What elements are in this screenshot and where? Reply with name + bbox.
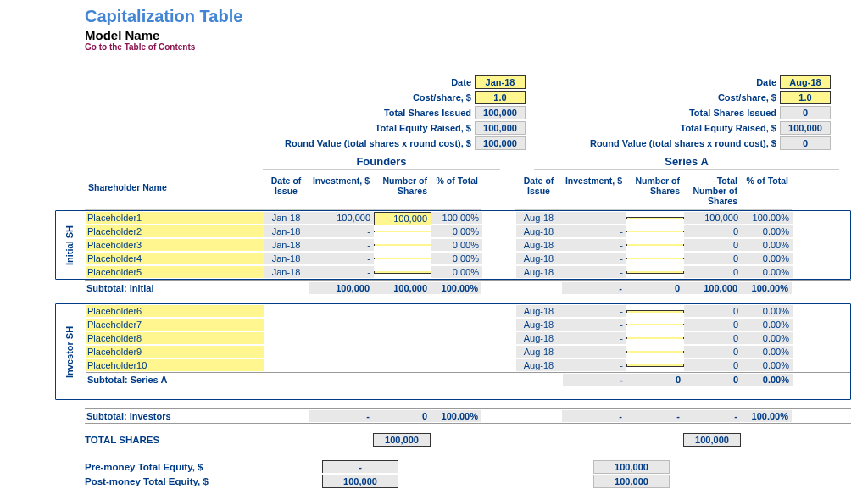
shareholder-name[interactable]: Placeholder1 [86,212,264,224]
shares-f[interactable]: 100,000 [374,212,431,225]
round-val-totalShares-a: 0 [780,106,831,119]
pct-a: 100.00% [742,212,793,224]
shareholder-name[interactable]: Placeholder3 [86,239,264,251]
investment-a: - [563,225,626,237]
totshares-a: 0 [684,225,742,237]
shares-a[interactable] [626,231,684,232]
shares-a[interactable] [626,324,684,325]
investment-a: - [563,239,626,251]
round-val-date-f[interactable]: Jan-18 [475,75,526,89]
shares-f[interactable] [374,244,431,246]
shares-a[interactable] [626,244,684,246]
pct-a: 0.00% [742,239,793,251]
table-row: Placeholder8 Aug-18 - 0 0.00% [86,331,850,345]
pct-a: 0.00% [742,346,793,358]
shares-a[interactable] [626,217,684,219]
shares-a[interactable] [626,351,684,353]
totshares-a: 100,000 [684,212,742,224]
col-dateissue-f: Date of Issue [263,170,309,210]
date-issue-a: Aug-18 [516,359,563,371]
toc-link[interactable]: Go to the Table of Contents [85,42,851,52]
section-titles: Founders Series A [85,155,851,170]
date-issue-a: Aug-18 [516,305,563,317]
all-shares-f: 0 [373,410,431,422]
investors-all-label: Subtotal: Investors [85,410,263,422]
col-numshares-a: Number of Shares [626,170,683,210]
table-row: Placeholder6 Aug-18 - 0 0.00% [86,304,850,318]
date-issue-a: Aug-18 [516,225,563,237]
totshares-a: 0 [684,346,742,358]
totshares-a: 0 [684,305,742,317]
round-label-roundValue-a: Round Value (total shares x round cost),… [559,138,780,148]
initial-label: Initial SH [56,211,81,279]
round-val-roundValue-a: 0 [780,136,831,150]
investment-a: - [563,332,626,344]
all-pct-a: 100.00% [741,410,792,422]
investment-a: - [563,305,626,317]
table-row: Placeholder10 Aug-18 - 0 0.00% [86,358,850,372]
shares-f[interactable] [374,271,431,274]
col-shareholder: Shareholder Name [85,170,263,210]
totshares-a: 0 [684,239,742,251]
col-pct-a: % of Total [741,170,792,210]
date-issue-f: Jan-18 [264,212,310,224]
shareholder-name[interactable]: Placeholder9 [86,346,264,358]
shareholder-name[interactable]: Placeholder8 [86,332,264,344]
subtotal-label: Subtotal: Initial [85,282,263,294]
round-val-totalEquity-a: 100,000 [780,121,831,135]
shares-a[interactable] [626,310,684,313]
postmoney-founders: 100,000 [322,475,398,488]
total-shares-founders: 100,000 [373,433,431,447]
table-row: Placeholder1 Jan-18 100,000 100,000 100.… [86,211,850,225]
date-issue-a: Aug-18 [516,212,563,224]
all-inv-a: - [562,410,626,422]
totshares-a: 0 [684,359,742,371]
subtotal-tot-a: 0 [684,374,742,386]
shares-f[interactable] [374,258,431,259]
col-dateissue-a: Date of Issue [515,170,562,210]
round-val-cost-a[interactable]: 1.0 [780,91,831,104]
equity-block: Pre-money Total Equity, $ - 100,000 Post… [85,459,851,488]
all-tot-a: - [683,410,741,422]
pct-a: 0.00% [742,225,793,237]
subtotal-label: Subtotal: Series A [86,374,264,386]
round-val-cost-f[interactable]: 1.0 [475,91,526,104]
shareholder-name[interactable]: Placeholder7 [86,319,264,331]
pct-f: 100.00% [431,212,482,224]
pct-a: 0.00% [742,319,793,331]
subtotal-pct-f: 100.00% [431,282,481,294]
all-inv-f: - [309,410,373,422]
investor-group: Investor SH Placeholder6 Aug-18 - 0 0.00… [55,303,851,400]
totshares-a: 0 [684,266,742,278]
round-label-totalEquity-f: Total Equity Raised, $ [263,123,475,133]
shareholder-name[interactable]: Placeholder10 [86,359,264,371]
shareholder-name[interactable]: Placeholder6 [86,305,264,317]
subtotal-shares-a: 0 [626,374,684,386]
round-label-totalEquity-a: Total Equity Raised, $ [559,123,780,133]
pct-f: 0.00% [431,266,482,278]
col-totshares-a: Total Number of Shares [683,170,741,210]
shares-a[interactable] [626,271,684,274]
shares-f[interactable] [374,231,431,232]
shareholder-name[interactable]: Placeholder5 [86,266,264,278]
round-val-date-a[interactable]: Aug-18 [780,75,831,89]
round-label-date-a: Date [559,77,780,87]
investment-a: - [563,266,626,278]
round-label-date-f: Date [263,77,475,87]
subtotal-pct-a: 0.00% [742,374,793,386]
seriesa-title: Series A [534,155,839,170]
shares-a[interactable] [626,258,684,259]
shareholder-name[interactable]: Placeholder4 [86,253,264,264]
pct-a: 0.00% [742,359,793,371]
round-label-totalShares-f: Total Shares Issued [263,108,475,118]
all-pct-f: 100.00% [431,410,481,422]
pct-a: 0.00% [742,332,793,344]
total-shares-seriesa: 100,000 [683,433,741,447]
premoney-label: Pre-money Total Equity, $ [85,462,322,472]
investment-a: - [563,212,626,224]
shareholder-name[interactable]: Placeholder2 [86,225,264,237]
shares-a[interactable] [626,337,684,339]
round-val-roundValue-f: 100,000 [475,136,526,150]
shares-a[interactable] [626,364,684,367]
pct-f: 0.00% [431,253,482,264]
